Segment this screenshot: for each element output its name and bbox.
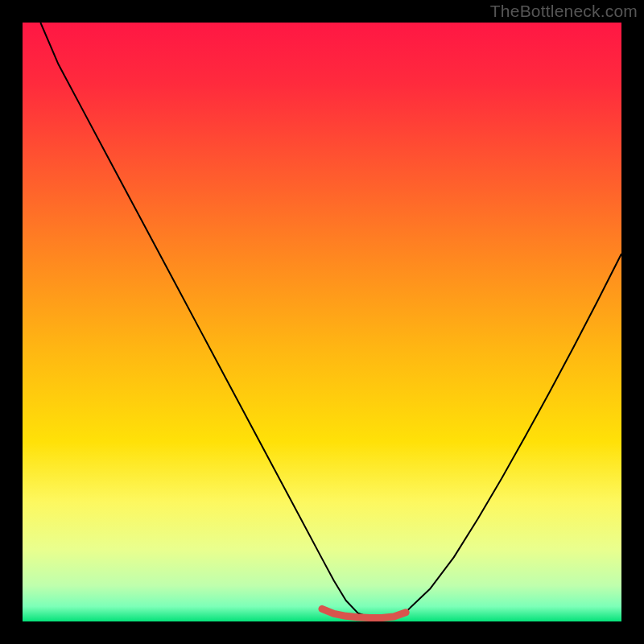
chart-stage: TheBottleneck.com [0,0,644,644]
watermark-label: TheBottleneck.com [490,2,638,21]
plot-area [23,23,621,621]
bottleneck-chart [23,23,621,621]
gradient-background [23,23,621,621]
